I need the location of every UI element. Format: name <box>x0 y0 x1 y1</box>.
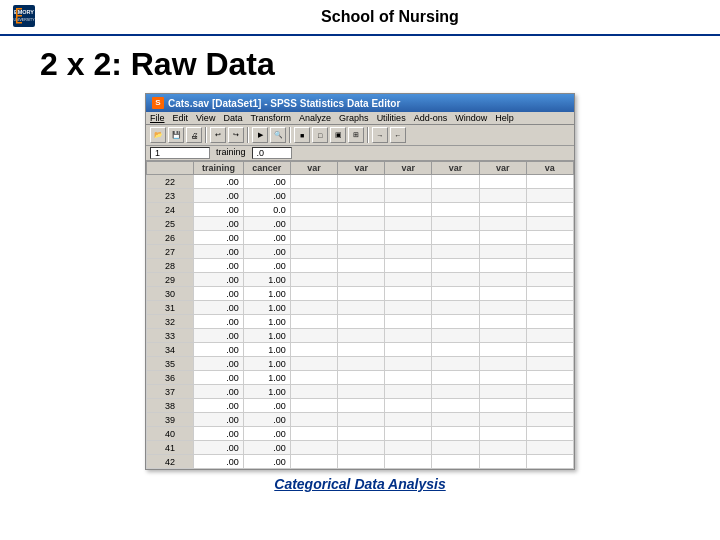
table-row[interactable]: 39.00.00 <box>147 413 574 427</box>
table-row[interactable]: 28.00.00 <box>147 259 574 273</box>
cell-training[interactable]: .00 <box>194 217 244 231</box>
cell-cancer[interactable]: 1.00 <box>243 357 290 371</box>
menu-window[interactable]: Window <box>455 113 487 123</box>
col-header-var6[interactable]: var <box>432 162 479 175</box>
cell-var <box>432 371 479 385</box>
cell-training[interactable]: .00 <box>194 175 244 189</box>
table-row[interactable]: 32.001.00 <box>147 315 574 329</box>
cell-training[interactable]: .00 <box>194 287 244 301</box>
toolbar-goto[interactable]: ▶ <box>252 127 268 143</box>
row-number: 24 <box>147 203 194 217</box>
toolbar-b2[interactable]: □ <box>312 127 328 143</box>
cell-training[interactable]: .00 <box>194 357 244 371</box>
col-header-var3[interactable]: var <box>290 162 337 175</box>
cell-cancer[interactable]: .00 <box>243 427 290 441</box>
col-header-cancer[interactable]: cancer <box>243 162 290 175</box>
toolbar-b6[interactable]: ← <box>390 127 406 143</box>
table-row[interactable]: 23.00.00 <box>147 189 574 203</box>
cell-cancer[interactable]: .00 <box>243 455 290 469</box>
toolbar-undo[interactable]: ↩ <box>210 127 226 143</box>
table-row[interactable]: 33.001.00 <box>147 329 574 343</box>
cell-cancer[interactable]: .00 <box>243 231 290 245</box>
table-row[interactable]: 22.00.00 <box>147 175 574 189</box>
cell-training[interactable]: .00 <box>194 343 244 357</box>
cell-training[interactable]: .00 <box>194 455 244 469</box>
cell-cancer[interactable]: 1.00 <box>243 315 290 329</box>
menu-file[interactable]: File <box>150 113 165 123</box>
cell-cancer[interactable]: .00 <box>243 217 290 231</box>
table-row[interactable]: 34.001.00 <box>147 343 574 357</box>
table-row[interactable]: 24.000.0 <box>147 203 574 217</box>
cell-cancer[interactable]: 1.00 <box>243 301 290 315</box>
toolbar-b4[interactable]: ⊞ <box>348 127 364 143</box>
menu-data[interactable]: Data <box>223 113 242 123</box>
cell-cancer[interactable]: .00 <box>243 175 290 189</box>
toolbar-b5[interactable]: → <box>372 127 388 143</box>
cell-cancer[interactable]: 1.00 <box>243 385 290 399</box>
cell-training[interactable]: .00 <box>194 385 244 399</box>
cell-training[interactable]: .00 <box>194 189 244 203</box>
table-row[interactable]: 30.001.00 <box>147 287 574 301</box>
cell-training[interactable]: .00 <box>194 259 244 273</box>
col-header-var8[interactable]: va <box>526 162 573 175</box>
cell-var <box>385 399 432 413</box>
cell-cancer[interactable]: 1.00 <box>243 273 290 287</box>
table-row[interactable]: 27.00.00 <box>147 245 574 259</box>
col-header-var7[interactable]: var <box>479 162 526 175</box>
cell-cancer[interactable]: .00 <box>243 259 290 273</box>
cell-training[interactable]: .00 <box>194 301 244 315</box>
table-row[interactable]: 36.001.00 <box>147 371 574 385</box>
cell-training[interactable]: .00 <box>194 245 244 259</box>
menu-analyze[interactable]: Analyze <box>299 113 331 123</box>
table-row[interactable]: 35.001.00 <box>147 357 574 371</box>
toolbar-b1[interactable]: ■ <box>294 127 310 143</box>
cell-cancer[interactable]: 1.00 <box>243 329 290 343</box>
cell-cancer[interactable]: 0.0 <box>243 203 290 217</box>
cell-cancer[interactable]: 1.00 <box>243 371 290 385</box>
cell-cancer[interactable]: .00 <box>243 441 290 455</box>
cell-training[interactable]: .00 <box>194 315 244 329</box>
menu-utilities[interactable]: Utilities <box>377 113 406 123</box>
col-header-var5[interactable]: var <box>385 162 432 175</box>
table-row[interactable]: 38.00.00 <box>147 399 574 413</box>
cell-training[interactable]: .00 <box>194 427 244 441</box>
cell-training[interactable]: .00 <box>194 371 244 385</box>
cell-training[interactable]: .00 <box>194 441 244 455</box>
table-row[interactable]: 26.00.00 <box>147 231 574 245</box>
table-row[interactable]: 37.001.00 <box>147 385 574 399</box>
col-header-training[interactable]: training <box>194 162 244 175</box>
toolbar-b3[interactable]: ▣ <box>330 127 346 143</box>
table-row[interactable]: 41.00.00 <box>147 441 574 455</box>
cell-training[interactable]: .00 <box>194 231 244 245</box>
table-row[interactable]: 29.001.00 <box>147 273 574 287</box>
menu-graphs[interactable]: Graphs <box>339 113 369 123</box>
menu-addons[interactable]: Add-ons <box>414 113 448 123</box>
toolbar-open[interactable]: 📂 <box>150 127 166 143</box>
toolbar-redo[interactable]: ↪ <box>228 127 244 143</box>
table-row[interactable]: 25.00.00 <box>147 217 574 231</box>
table-row[interactable]: 40.00.00 <box>147 427 574 441</box>
table-row[interactable]: 31.001.00 <box>147 301 574 315</box>
col-header-var4[interactable]: var <box>338 162 385 175</box>
toolbar-print[interactable]: 🖨 <box>186 127 202 143</box>
cell-training[interactable]: .00 <box>194 399 244 413</box>
cell-var <box>479 441 526 455</box>
menu-transform[interactable]: Transform <box>250 113 291 123</box>
menu-edit[interactable]: Edit <box>173 113 189 123</box>
cell-cancer[interactable]: .00 <box>243 399 290 413</box>
cell-training[interactable]: .00 <box>194 273 244 287</box>
menu-view[interactable]: View <box>196 113 215 123</box>
cell-training[interactable]: .00 <box>194 329 244 343</box>
menu-help[interactable]: Help <box>495 113 514 123</box>
cell-training[interactable]: .00 <box>194 203 244 217</box>
cell-cancer[interactable]: .00 <box>243 189 290 203</box>
cell-cancer[interactable]: 1.00 <box>243 343 290 357</box>
cell-cancer[interactable]: .00 <box>243 413 290 427</box>
spss-menubar[interactable]: File Edit View Data Transform Analyze Gr… <box>146 112 574 125</box>
cell-cancer[interactable]: 1.00 <box>243 287 290 301</box>
table-row[interactable]: 42.00.00 <box>147 455 574 469</box>
toolbar-save[interactable]: 💾 <box>168 127 184 143</box>
cell-training[interactable]: .00 <box>194 413 244 427</box>
cell-cancer[interactable]: .00 <box>243 245 290 259</box>
toolbar-find[interactable]: 🔍 <box>270 127 286 143</box>
